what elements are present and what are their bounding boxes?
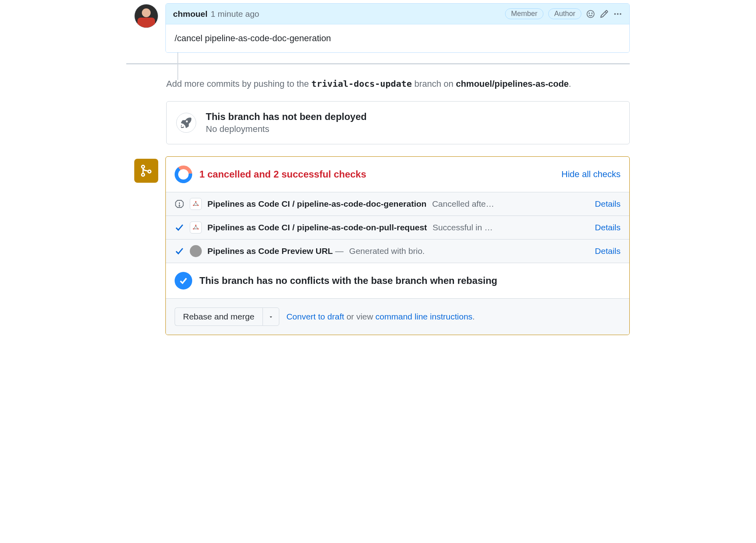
deployment-box: This branch has not been deployed No dep… xyxy=(166,101,630,144)
check-name[interactable]: Pipelines as Code CI / pipeline-as-code-… xyxy=(207,223,427,232)
push-hint-suffix: . xyxy=(569,79,571,89)
check-result: Generated with brio. xyxy=(349,246,589,256)
svg-point-7 xyxy=(141,173,144,176)
pac-app-icon xyxy=(190,198,202,210)
push-hint-prefix: Add more commits by pushing to the xyxy=(166,79,311,89)
rocket-icon xyxy=(176,113,196,133)
merge-extra-text: Convert to draft or view command line in… xyxy=(286,312,475,321)
check-details-link[interactable]: Details xyxy=(595,199,621,209)
svg-point-11 xyxy=(195,201,196,202)
push-hint-branch: trivial-docs-update xyxy=(311,79,412,89)
svg-point-6 xyxy=(141,165,144,168)
cancelled-icon xyxy=(175,200,184,208)
merge-row: Rebase and merge Convert to draft or vie… xyxy=(166,299,629,335)
push-hint: Add more commits by pushing to the trivi… xyxy=(166,79,630,89)
comment-header: chmouel 1 minute ago Member Author xyxy=(166,4,629,24)
merge-status-icon xyxy=(134,159,158,183)
kebab-icon[interactable] xyxy=(613,10,622,18)
svg-point-2 xyxy=(592,13,593,14)
push-hint-mid: branch on xyxy=(412,79,456,89)
checks-title: 1 cancelled and 2 successful checks xyxy=(199,169,366,180)
check-item: Pipelines as Code CI / pipeline-as-code-… xyxy=(166,216,629,240)
success-icon xyxy=(175,247,184,256)
success-icon xyxy=(175,223,184,232)
svg-point-8 xyxy=(148,170,151,173)
member-badge: Member xyxy=(505,8,543,19)
comment-body: /cancel pipeline-as-code-doc-generation xyxy=(166,24,629,52)
svg-point-10 xyxy=(179,206,180,206)
chevron-down-icon xyxy=(269,315,273,319)
check-circle-icon xyxy=(175,272,192,289)
checks-header: 1 cancelled and 2 successful checks Hide… xyxy=(166,157,629,192)
pac-app-icon xyxy=(190,222,202,234)
check-item: Pipelines as Code Preview URL — Generate… xyxy=(166,240,629,263)
rebase-merge-button[interactable]: Rebase and merge xyxy=(175,307,263,326)
check-item: Pipelines as Code CI / pipeline-as-code-… xyxy=(166,192,629,216)
checks-donut-icon xyxy=(171,162,195,186)
cmdline-link[interactable]: command line instructions xyxy=(376,312,473,321)
conflicts-row: This branch has no conflicts with the ba… xyxy=(166,263,629,299)
author-badge: Author xyxy=(548,8,581,19)
svg-point-4 xyxy=(617,13,619,14)
timeline-divider xyxy=(126,63,630,64)
merge-dropdown-button[interactable] xyxy=(263,307,279,326)
emoji-icon[interactable] xyxy=(586,10,595,18)
comment-author[interactable]: chmouel xyxy=(173,9,207,19)
convert-draft-link[interactable]: Convert to draft xyxy=(286,312,344,321)
hide-checks-link[interactable]: Hide all checks xyxy=(561,169,621,180)
check-details-link[interactable]: Details xyxy=(595,223,621,232)
comment-box: chmouel 1 minute ago Member Author xyxy=(165,3,630,53)
check-details-link[interactable]: Details xyxy=(595,246,621,256)
check-name[interactable]: Pipelines as Code Preview URL — xyxy=(207,246,344,256)
checks-box: 1 cancelled and 2 successful checks Hide… xyxy=(165,156,630,335)
avatar[interactable] xyxy=(134,4,158,28)
merge-button-group: Rebase and merge xyxy=(175,307,279,326)
edit-icon[interactable] xyxy=(600,10,609,18)
deploy-subtitle: No deployments xyxy=(206,124,367,134)
svg-point-0 xyxy=(587,10,594,18)
push-hint-repo: chmouel/pipelines-as-code xyxy=(456,79,569,89)
conflicts-text: This branch has no conflicts with the ba… xyxy=(199,275,497,286)
deploy-title: This branch has not been deployed xyxy=(206,111,367,122)
brio-app-icon xyxy=(190,245,202,257)
check-result: Cancelled afte… xyxy=(432,199,589,209)
svg-point-3 xyxy=(614,13,616,14)
comment-time[interactable]: 1 minute ago xyxy=(211,9,259,19)
svg-point-1 xyxy=(589,13,590,14)
svg-point-14 xyxy=(195,225,196,226)
svg-point-5 xyxy=(620,13,621,14)
check-result: Successful in … xyxy=(433,223,589,232)
check-name[interactable]: Pipelines as Code CI / pipeline-as-code-… xyxy=(207,199,426,209)
